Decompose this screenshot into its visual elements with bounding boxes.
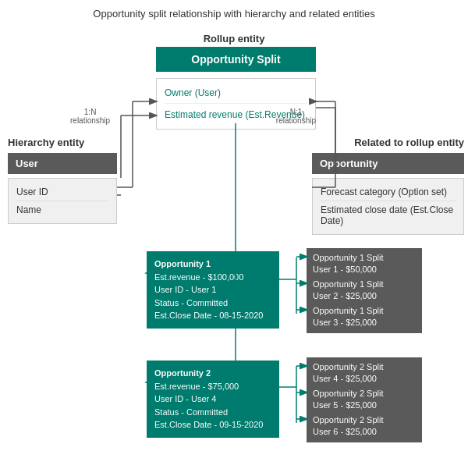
- split1-3-line2: User 3 - $25,000: [313, 317, 416, 329]
- split2-1-line1: Opportunity 2 Split: [313, 361, 416, 373]
- field-owner: Owner (User): [165, 85, 307, 104]
- opp-split-box: Opportunity Split: [156, 47, 316, 72]
- rollup-label: Rollup entity: [164, 33, 304, 44]
- diagram-container: Opportunity split relationship with hier…: [0, 0, 468, 476]
- diagram-title: Opportunity split relationship with hier…: [8, 8, 460, 20]
- hierarchy-label: Hierarchy entity: [8, 137, 84, 148]
- opp-field-forecast: Forecast category (Option set): [321, 183, 456, 201]
- split1-3-line1: Opportunity 1 Split: [313, 305, 416, 317]
- opp1-line4: Status - Committed: [154, 297, 271, 310]
- user-fields-box: User ID Name: [8, 178, 117, 224]
- split1-2-line1: Opportunity 1 Split: [313, 279, 416, 290]
- opp2-line5: Est.Close Date - 09-15-2020: [154, 418, 271, 432]
- user-field-id: User ID: [16, 183, 108, 201]
- user-box-header: User: [8, 153, 117, 174]
- split2-3-line2: User 6 - $25,000: [313, 426, 416, 438]
- split1-1-line1: Opportunity 1 Split: [313, 252, 416, 264]
- rel-1n-label: 1:N relationship: [70, 108, 110, 125]
- split1-box3: Opportunity 1 Split User 3 - $25,000: [307, 301, 422, 333]
- opp2-box: Opportunity 2 Est.revenue - $75,000 User…: [147, 361, 279, 438]
- rel-n1-label: N:1 relationship: [276, 108, 316, 125]
- opp2-line3: User ID - User 4: [154, 393, 271, 406]
- split2-3-line1: Opportunity 2 Split: [313, 414, 416, 426]
- opp-box-header: Opportunity: [312, 153, 464, 174]
- opp1-line1: Opportunity 1: [154, 258, 271, 271]
- opp-field-closedate: Estimated close date (Est.Close Date): [321, 201, 456, 229]
- related-label: Related to rollup entity: [324, 137, 464, 148]
- opp1-line3: User ID - User 1: [154, 283, 271, 297]
- user-field-name: Name: [16, 201, 108, 218]
- split2-box3: Opportunity 2 Split User 6 - $25,000: [307, 410, 422, 442]
- opp2-line4: Status - Committed: [154, 406, 271, 419]
- split2-2-line1: Opportunity 2 Split: [313, 388, 416, 400]
- opp1-box: Opportunity 1 Est.revenue - $100,000 Use…: [147, 251, 279, 329]
- opp1-line2: Est.revenue - $100,000: [154, 271, 271, 284]
- opp2-line1: Opportunity 2: [154, 367, 271, 380]
- opp2-line2: Est.revenue - $75,000: [154, 380, 271, 393]
- opp-fields-box: Forecast category (Option set) Estimated…: [312, 178, 464, 235]
- opp1-line5: Est.Close Date - 08-15-2020: [154, 309, 271, 322]
